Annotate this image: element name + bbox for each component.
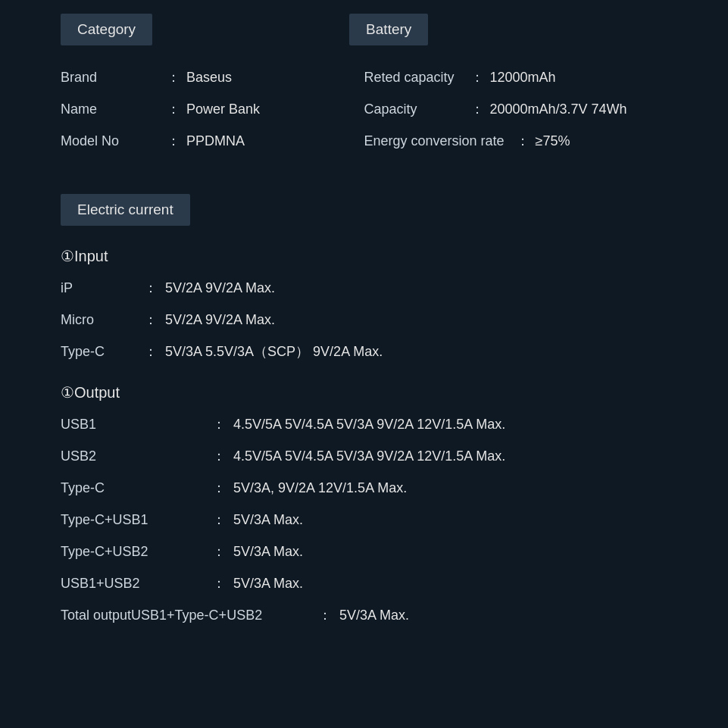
spec-colon-name: ：: [167, 100, 180, 118]
output-row-usb2: USB2 ： 4.5V/5A 5V/4.5A 5V/3A 9V/2A 12V/1…: [61, 447, 667, 465]
spec-label-brand: Brand: [61, 70, 167, 86]
electric-current-header-wrapper: Electric current: [61, 194, 667, 226]
output-colon-typec: ：: [212, 479, 226, 497]
spec-value-name: Power Bank: [186, 102, 260, 117]
output-row-typec-usb2: Type-C+USB2 ： 5V/3A Max.: [61, 542, 667, 561]
input-row-micro: Micro ： 5V/2A 9V/2A Max.: [61, 311, 667, 329]
input-value-typec: 5V/3A 5.5V/3A（SCP） 9V/2A Max.: [165, 342, 383, 361]
output-colon-usb2: ：: [212, 447, 226, 465]
spec-label-model: Model No: [61, 133, 167, 149]
output-label-usb1: USB1: [61, 417, 212, 433]
input-label-micro: Micro: [61, 312, 144, 328]
input-colon-micro: ：: [144, 311, 158, 329]
output-colon-total: ：: [318, 606, 332, 624]
input-value-micro: 5V/2A 9V/2A Max.: [165, 312, 275, 328]
spec-colon-brand: ：: [167, 68, 180, 86]
page-container: Category Battery Brand ： Baseus Name ： P…: [0, 0, 728, 728]
output-value-usb1: 4.5V/5A 5V/4.5A 5V/3A 9V/2A 12V/1.5A Max…: [233, 417, 505, 433]
output-row-usb1: USB1 ： 4.5V/5A 5V/4.5A 5V/3A 9V/2A 12V/1…: [61, 415, 667, 433]
spec-row-model: Model No ： PPDMNA: [61, 132, 364, 150]
output-value-total: 5V/3A Max.: [339, 608, 409, 623]
input-label-ip: iP: [61, 280, 144, 296]
output-value-typec: 5V/3A, 9V/2A 12V/1.5A Max.: [233, 480, 407, 496]
spec-label-rated: Reted capacity: [364, 70, 470, 86]
input-value-ip: 5V/2A 9V/2A Max.: [165, 280, 275, 296]
output-label-total: Total outputUSB1+Type-C+USB2: [61, 608, 318, 623]
input-colon-typec: ：: [144, 342, 158, 361]
output-label-typec: Type-C: [61, 480, 212, 496]
output-label-usb1-usb2: USB1+USB2: [61, 576, 212, 592]
spec-colon-model: ：: [167, 132, 180, 150]
input-label-typec: Type-C: [61, 344, 144, 360]
spec-label-name: Name: [61, 102, 167, 117]
battery-header: Battery: [349, 14, 428, 45]
spec-colon-rated: ：: [470, 68, 484, 86]
spec-colon-capacity: ：: [470, 100, 484, 118]
spec-label-capacity: Capacity: [364, 102, 470, 117]
output-row-typec-usb1: Type-C+USB1 ： 5V/3A Max.: [61, 511, 667, 529]
spec-label-energy: Energy conversion rate: [364, 133, 516, 149]
right-specs-col: Reted capacity ： 12000mAh Capacity ： 200…: [364, 68, 668, 164]
specs-grid: Brand ： Baseus Name ： Power Bank Model N…: [61, 68, 667, 164]
category-header: Category: [61, 14, 152, 45]
output-row-usb1-usb2: USB1+USB2 ： 5V/3A Max.: [61, 574, 667, 592]
spec-colon-energy: ：: [516, 132, 530, 150]
output-section: ①Output USB1 ： 4.5V/5A 5V/4.5A 5V/3A 9V/…: [61, 383, 667, 624]
spec-row-brand: Brand ： Baseus: [61, 68, 364, 86]
output-colon-typec-usb1: ：: [212, 511, 226, 529]
spec-value-energy: ≥75%: [536, 133, 570, 149]
spec-value-capacity: 20000mAh/3.7V 74Wh: [490, 102, 627, 117]
input-row-typec: Type-C ： 5V/3A 5.5V/3A（SCP） 9V/2A Max.: [61, 342, 667, 361]
spec-value-brand: Baseus: [186, 70, 232, 86]
input-title: ①Input: [61, 247, 667, 265]
output-title: ①Output: [61, 383, 667, 401]
input-colon-ip: ：: [144, 279, 158, 297]
spec-value-rated: 12000mAh: [490, 70, 556, 86]
output-colon-usb1-usb2: ：: [212, 574, 226, 592]
output-row-typec: Type-C ： 5V/3A, 9V/2A 12V/1.5A Max.: [61, 479, 667, 497]
spec-row-capacity: Capacity ： 20000mAh/3.7V 74Wh: [364, 100, 668, 118]
output-label-typec-usb2: Type-C+USB2: [61, 544, 212, 560]
output-colon-typec-usb2: ：: [212, 542, 226, 561]
input-section: ①Input iP ： 5V/2A 9V/2A Max. Micro ： 5V/…: [61, 247, 667, 361]
spec-row-name: Name ： Power Bank: [61, 100, 364, 118]
spec-row-rated: Reted capacity ： 12000mAh: [364, 68, 668, 86]
top-headers: Category Battery: [61, 0, 667, 45]
electric-current-section: Electric current ①Input iP ： 5V/2A 9V/2A…: [61, 194, 667, 624]
output-row-total: Total outputUSB1+Type-C+USB2 ： 5V/3A Max…: [61, 606, 667, 624]
spec-row-energy: Energy conversion rate ： ≥75%: [364, 132, 668, 150]
output-label-usb2: USB2: [61, 448, 212, 464]
input-row-ip: iP ： 5V/2A 9V/2A Max.: [61, 279, 667, 297]
output-value-typec-usb1: 5V/3A Max.: [233, 512, 303, 528]
output-value-typec-usb2: 5V/3A Max.: [233, 544, 303, 560]
output-label-typec-usb1: Type-C+USB1: [61, 512, 212, 528]
spec-value-model: PPDMNA: [186, 133, 245, 149]
output-value-usb2: 4.5V/5A 5V/4.5A 5V/3A 9V/2A 12V/1.5A Max…: [233, 448, 505, 464]
output-colon-usb1: ：: [212, 415, 226, 433]
output-value-usb1-usb2: 5V/3A Max.: [233, 576, 303, 592]
left-specs-col: Brand ： Baseus Name ： Power Bank Model N…: [61, 68, 364, 164]
electric-current-header: Electric current: [61, 194, 190, 226]
